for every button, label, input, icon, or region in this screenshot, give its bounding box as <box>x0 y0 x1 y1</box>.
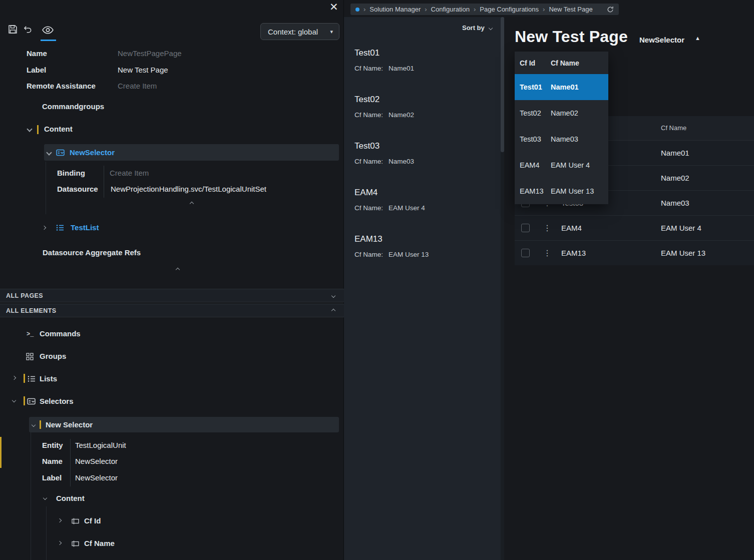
testlist-expander-icon[interactable] <box>42 226 46 230</box>
content-expander-icon[interactable] <box>43 496 47 500</box>
close-icon[interactable]: ✕ <box>329 1 338 13</box>
dropdown-option[interactable]: Test03 Name03 <box>515 126 608 152</box>
page-preview-area: New Test Page NewSelector ▲ Cf Id Cf Nam… <box>504 0 754 560</box>
tree-item-content[interactable]: Content <box>44 125 73 133</box>
row-checkbox[interactable] <box>521 249 530 257</box>
cell-cf-name: Name01 <box>661 141 689 166</box>
table-row[interactable]: ⋮ EAM13 EAM User 13 <box>515 240 754 265</box>
sort-by-control[interactable]: Sort by <box>462 24 492 32</box>
selectors-expander-icon[interactable] <box>12 398 16 402</box>
cf-name-value: EAM User 4 <box>389 204 425 212</box>
scrollbar-thumb[interactable] <box>501 17 504 152</box>
tree-item-newselector[interactable]: NewSelector <box>44 144 339 161</box>
cf-name-label: Cf Name: <box>354 111 383 119</box>
lists-expander-icon[interactable] <box>12 376 16 380</box>
list-icon <box>28 375 36 382</box>
collapse-section-icon[interactable] <box>190 202 194 206</box>
cf-name-label: Cf Name: <box>354 251 383 258</box>
row-menu-icon[interactable]: ⋮ <box>543 216 551 241</box>
page-title: New Test Page <box>515 28 628 46</box>
breadcrumb: › Solution Manager › Configuration › Pag… <box>350 4 619 15</box>
cf-id-expander-icon[interactable] <box>58 518 62 522</box>
refresh-icon[interactable] <box>607 6 614 13</box>
selector-icon <box>56 149 65 156</box>
undo-icon <box>23 25 33 34</box>
newselector-expander-icon[interactable] <box>46 150 52 155</box>
save-button[interactable] <box>8 25 18 34</box>
binding-value[interactable]: Create Item <box>110 169 149 177</box>
content-expander-icon[interactable] <box>27 126 32 132</box>
collapse-section-icon[interactable] <box>176 268 180 272</box>
dropdown-header-row: Cf Id Cf Name <box>515 52 608 74</box>
cf-name-expander-icon[interactable] <box>58 541 62 545</box>
label-value[interactable]: NewSelector <box>75 473 118 482</box>
config-panel: ✕ Context: global ▾ N <box>0 0 344 560</box>
dropdown-option[interactable]: Test02 Name02 <box>515 100 608 126</box>
row-checkbox[interactable] <box>521 224 530 232</box>
row-menu-icon[interactable]: ⋮ <box>543 241 551 266</box>
breadcrumb-separator: › <box>363 6 365 13</box>
tree-item-selectors[interactable]: Selectors <box>40 397 74 405</box>
dropdown-option[interactable]: EAM4 EAM User 4 <box>515 152 608 178</box>
breadcrumb-item-configuration[interactable]: Configuration <box>431 6 470 13</box>
datasource-value[interactable]: NewProjectionHandling.svc/TestLogicalUni… <box>111 185 266 193</box>
dropdown-option[interactable]: Test01 Name01 <box>515 74 608 100</box>
list-item[interactable]: Test02 Cf Name:Name02 <box>354 95 429 141</box>
tree-item-newselector-label: NewSelector <box>70 148 115 157</box>
collapse-selector-icon[interactable]: ▲ <box>695 35 700 41</box>
section-all-pages[interactable]: ALL PAGES <box>0 289 344 302</box>
field-icon <box>72 540 79 547</box>
breadcrumb-separator: › <box>425 6 427 13</box>
entity-value[interactable]: TestLogicalUnit <box>75 441 126 449</box>
tree-item-groups[interactable]: Groups <box>40 352 66 360</box>
field-remote-assistance-value[interactable]: Create Item <box>118 82 157 90</box>
content-accent-bar <box>37 125 39 134</box>
list-item[interactable]: EAM4 Cf Name:EAM User 4 <box>354 188 429 234</box>
selector-dropdown: Cf Id Cf Name Test01 Name01 Test02 Name0… <box>515 52 608 204</box>
context-selector[interactable]: Context: global ▾ <box>260 23 339 40</box>
tree-item-element-content[interactable]: Content <box>56 494 85 502</box>
list-icon <box>56 224 64 231</box>
cell-cf-id: EAM13 <box>561 241 586 266</box>
tree-item-testlist[interactable]: TestList <box>71 223 99 232</box>
tree-item-lists[interactable]: Lists <box>40 374 57 383</box>
field-name-value[interactable]: NewTestPagePage <box>118 49 182 58</box>
option-cf-id: EAM13 <box>515 187 551 195</box>
item-title: EAM4 <box>354 188 429 198</box>
list-item[interactable]: Test01 Cf Name:Name01 <box>354 48 429 95</box>
tree-item-datasource-aggregate-refs[interactable]: Datasource Aggregate Refs <box>43 248 141 257</box>
new-selector-expander-icon[interactable] <box>32 422 36 426</box>
breadcrumb-separator: › <box>474 6 476 13</box>
breadcrumb-item-page-configurations[interactable]: Page Configurations <box>480 6 539 13</box>
field-label-value[interactable]: New Test Page <box>118 66 168 74</box>
tree-item-new-selector-label: New Selector <box>46 420 93 429</box>
cf-name-label: Cf Name: <box>354 158 383 165</box>
dropdown-option[interactable]: EAM13 EAM User 13 <box>515 178 608 204</box>
cf-name-value: Name02 <box>389 111 414 119</box>
tree-item-commands[interactable]: Commands <box>40 329 81 338</box>
section-all-elements[interactable]: ALL ELEMENTS <box>0 304 344 317</box>
list-item[interactable]: Test03 Cf Name:Name03 <box>354 141 429 188</box>
tree-item-cf-name[interactable]: Cf Name <box>84 539 115 547</box>
column-header-cf-name[interactable]: Cf Name <box>661 116 686 140</box>
cf-name-value: EAM User 13 <box>389 251 429 258</box>
tree-item-cf-id[interactable]: Cf Id <box>84 516 101 525</box>
context-selector-label: Context: global <box>268 28 318 36</box>
table-row[interactable]: ⋮ EAM4 EAM User 4 <box>515 215 754 240</box>
list-item[interactable]: EAM13 Cf Name:EAM User 13 <box>354 234 429 281</box>
option-cf-id: Test03 <box>515 135 551 143</box>
all-pages-label: ALL PAGES <box>6 292 43 299</box>
undo-button[interactable] <box>23 25 33 34</box>
breadcrumb-item-solution-manager[interactable]: Solution Manager <box>369 6 421 13</box>
property-divider <box>104 166 104 198</box>
cf-name-label: Cf Name: <box>354 204 383 212</box>
name-value[interactable]: NewSelector <box>75 457 118 465</box>
option-cf-name: EAM User 4 <box>551 161 608 169</box>
tree-item-new-selector[interactable]: New Selector <box>29 417 339 432</box>
scrollbar-track[interactable] <box>501 17 504 560</box>
lists-accent-bar <box>24 374 25 383</box>
breadcrumb-item-new-test-page[interactable]: New Test Page <box>549 6 592 13</box>
selector-header-label[interactable]: NewSelector <box>639 36 684 44</box>
preview-button[interactable] <box>42 26 54 34</box>
tree-item-commandgroups[interactable]: Commandgroups <box>42 102 104 111</box>
